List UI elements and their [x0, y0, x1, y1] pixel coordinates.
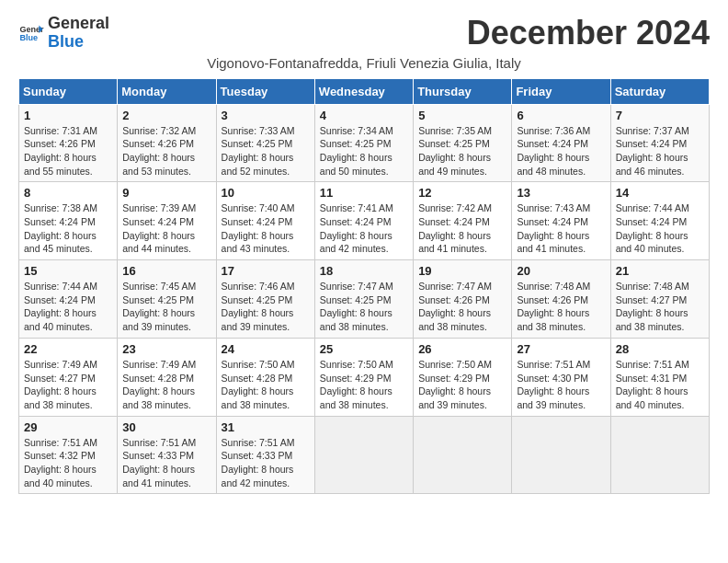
day-info: Sunrise: 7:47 AMSunset: 4:26 PMDaylight:…	[418, 280, 506, 334]
day-info: Sunrise: 7:43 AMSunset: 4:24 PMDaylight:…	[517, 201, 605, 256]
calendar-cell: 17Sunrise: 7:46 AMSunset: 4:25 PMDayligh…	[216, 260, 314, 339]
day-info: Sunrise: 7:40 AMSunset: 4:24 PMDaylight:…	[222, 201, 310, 256]
day-number: 30	[122, 420, 210, 434]
title-block: December 2024	[467, 15, 710, 52]
calendar-cell: 5Sunrise: 7:35 AMSunset: 4:25 PMDaylight…	[414, 104, 512, 182]
day-info: Sunrise: 7:32 AMSunset: 4:26 PMDaylight:…	[122, 124, 210, 178]
day-number: 1	[24, 109, 112, 122]
calendar-cell: 22Sunrise: 7:49 AMSunset: 4:27 PMDayligh…	[19, 338, 118, 416]
day-number: 13	[517, 186, 605, 200]
day-number: 22	[24, 342, 112, 356]
svg-text:Blue: Blue	[19, 33, 38, 42]
day-number: 3	[222, 109, 310, 122]
calendar-cell: 15Sunrise: 7:44 AMSunset: 4:24 PMDayligh…	[19, 260, 118, 339]
calendar-cell	[610, 416, 709, 494]
day-info: Sunrise: 7:49 AMSunset: 4:28 PMDaylight:…	[122, 358, 210, 412]
day-info: Sunrise: 7:48 AMSunset: 4:27 PMDaylight:…	[616, 280, 704, 334]
calendar-cell: 7Sunrise: 7:37 AMSunset: 4:24 PMDaylight…	[610, 104, 709, 182]
day-number: 15	[24, 264, 112, 278]
day-number: 5	[418, 109, 506, 122]
day-number: 10	[222, 186, 310, 200]
week-row-5: 29Sunrise: 7:51 AMSunset: 4:32 PMDayligh…	[19, 416, 710, 494]
day-info: Sunrise: 7:34 AMSunset: 4:25 PMDaylight:…	[320, 124, 408, 178]
day-info: Sunrise: 7:33 AMSunset: 4:25 PMDaylight:…	[222, 124, 310, 178]
calendar-table: SundayMondayTuesdayWednesdayThursdayFrid…	[18, 78, 710, 495]
calendar-cell: 28Sunrise: 7:51 AMSunset: 4:31 PMDayligh…	[610, 338, 709, 416]
calendar-cell: 1Sunrise: 7:31 AMSunset: 4:26 PMDaylight…	[19, 104, 118, 182]
day-number: 9	[122, 186, 210, 200]
day-info: Sunrise: 7:45 AMSunset: 4:25 PMDaylight:…	[122, 280, 210, 334]
calendar-cell: 20Sunrise: 7:48 AMSunset: 4:26 PMDayligh…	[512, 260, 610, 339]
calendar-cell: 10Sunrise: 7:40 AMSunset: 4:24 PMDayligh…	[216, 182, 314, 260]
day-info: Sunrise: 7:51 AMSunset: 4:33 PMDaylight:…	[222, 436, 310, 490]
day-number: 18	[320, 264, 408, 278]
calendar-cell: 23Sunrise: 7:49 AMSunset: 4:28 PMDayligh…	[118, 338, 216, 416]
day-number: 12	[418, 186, 506, 200]
day-info: Sunrise: 7:49 AMSunset: 4:27 PMDaylight:…	[24, 358, 112, 412]
calendar-cell: 27Sunrise: 7:51 AMSunset: 4:30 PMDayligh…	[512, 338, 610, 416]
calendar-body: 1Sunrise: 7:31 AMSunset: 4:26 PMDaylight…	[19, 104, 710, 494]
day-number: 29	[24, 420, 112, 434]
page-header: General Blue General Blue December 2024	[18, 15, 710, 52]
calendar-cell: 24Sunrise: 7:50 AMSunset: 4:28 PMDayligh…	[216, 338, 314, 416]
week-row-1: 1Sunrise: 7:31 AMSunset: 4:26 PMDaylight…	[19, 104, 710, 182]
day-number: 26	[418, 342, 506, 356]
day-info: Sunrise: 7:42 AMSunset: 4:24 PMDaylight:…	[418, 201, 506, 256]
calendar-cell: 11Sunrise: 7:41 AMSunset: 4:24 PMDayligh…	[314, 182, 413, 260]
calendar-cell: 2Sunrise: 7:32 AMSunset: 4:26 PMDaylight…	[118, 104, 216, 182]
calendar-cell: 30Sunrise: 7:51 AMSunset: 4:33 PMDayligh…	[118, 416, 216, 494]
weekday-sunday: Sunday	[19, 78, 118, 104]
day-number: 6	[517, 109, 605, 122]
week-row-2: 8Sunrise: 7:38 AMSunset: 4:24 PMDaylight…	[19, 182, 710, 260]
calendar-cell: 6Sunrise: 7:36 AMSunset: 4:24 PMDaylight…	[512, 104, 610, 182]
day-number: 24	[222, 342, 310, 356]
weekday-saturday: Saturday	[610, 78, 709, 104]
day-number: 17	[222, 264, 310, 278]
calendar-cell: 19Sunrise: 7:47 AMSunset: 4:26 PMDayligh…	[414, 260, 512, 339]
day-number: 4	[320, 109, 408, 122]
calendar-cell: 12Sunrise: 7:42 AMSunset: 4:24 PMDayligh…	[414, 182, 512, 260]
calendar-cell: 26Sunrise: 7:50 AMSunset: 4:29 PMDayligh…	[414, 338, 512, 416]
day-info: Sunrise: 7:48 AMSunset: 4:26 PMDaylight:…	[517, 280, 605, 334]
weekday-monday: Monday	[118, 78, 216, 104]
day-info: Sunrise: 7:44 AMSunset: 4:24 PMDaylight:…	[24, 280, 112, 334]
day-info: Sunrise: 7:51 AMSunset: 4:30 PMDaylight:…	[517, 358, 605, 412]
day-info: Sunrise: 7:37 AMSunset: 4:24 PMDaylight:…	[616, 124, 704, 178]
calendar-cell: 8Sunrise: 7:38 AMSunset: 4:24 PMDaylight…	[19, 182, 118, 260]
day-info: Sunrise: 7:47 AMSunset: 4:25 PMDaylight:…	[320, 280, 408, 334]
day-info: Sunrise: 7:51 AMSunset: 4:33 PMDaylight:…	[122, 436, 210, 490]
day-info: Sunrise: 7:50 AMSunset: 4:28 PMDaylight:…	[222, 358, 310, 412]
subtitle: Vigonovo-Fontanafredda, Friuli Venezia G…	[18, 55, 710, 71]
calendar-cell: 25Sunrise: 7:50 AMSunset: 4:29 PMDayligh…	[314, 338, 413, 416]
calendar-cell: 16Sunrise: 7:45 AMSunset: 4:25 PMDayligh…	[118, 260, 216, 339]
day-number: 2	[122, 109, 210, 122]
day-number: 31	[222, 420, 310, 434]
calendar-cell: 4Sunrise: 7:34 AMSunset: 4:25 PMDaylight…	[314, 104, 413, 182]
day-info: Sunrise: 7:38 AMSunset: 4:24 PMDaylight:…	[24, 201, 112, 256]
day-info: Sunrise: 7:41 AMSunset: 4:24 PMDaylight:…	[320, 201, 408, 256]
day-info: Sunrise: 7:39 AMSunset: 4:24 PMDaylight:…	[122, 201, 210, 256]
calendar-cell: 31Sunrise: 7:51 AMSunset: 4:33 PMDayligh…	[216, 416, 314, 494]
day-info: Sunrise: 7:51 AMSunset: 4:32 PMDaylight:…	[24, 436, 112, 490]
calendar-cell: 14Sunrise: 7:44 AMSunset: 4:24 PMDayligh…	[610, 182, 709, 260]
day-info: Sunrise: 7:46 AMSunset: 4:25 PMDaylight:…	[222, 280, 310, 334]
logo-icon: General Blue	[18, 20, 44, 46]
day-number: 8	[24, 186, 112, 200]
weekday-tuesday: Tuesday	[216, 78, 314, 104]
week-row-3: 15Sunrise: 7:44 AMSunset: 4:24 PMDayligh…	[19, 260, 710, 339]
day-number: 11	[320, 186, 408, 200]
day-number: 25	[320, 342, 408, 356]
calendar-cell: 18Sunrise: 7:47 AMSunset: 4:25 PMDayligh…	[314, 260, 413, 339]
weekday-friday: Friday	[512, 78, 610, 104]
calendar-cell: 13Sunrise: 7:43 AMSunset: 4:24 PMDayligh…	[512, 182, 610, 260]
day-number: 21	[616, 264, 704, 278]
calendar-cell	[414, 416, 512, 494]
day-info: Sunrise: 7:50 AMSunset: 4:29 PMDaylight:…	[418, 358, 506, 412]
logo-text: General Blue	[48, 15, 109, 52]
day-info: Sunrise: 7:36 AMSunset: 4:24 PMDaylight:…	[517, 124, 605, 178]
day-number: 14	[616, 186, 704, 200]
calendar-cell: 9Sunrise: 7:39 AMSunset: 4:24 PMDaylight…	[118, 182, 216, 260]
day-number: 7	[616, 109, 704, 122]
calendar-cell	[314, 416, 413, 494]
day-info: Sunrise: 7:31 AMSunset: 4:26 PMDaylight:…	[24, 124, 112, 178]
